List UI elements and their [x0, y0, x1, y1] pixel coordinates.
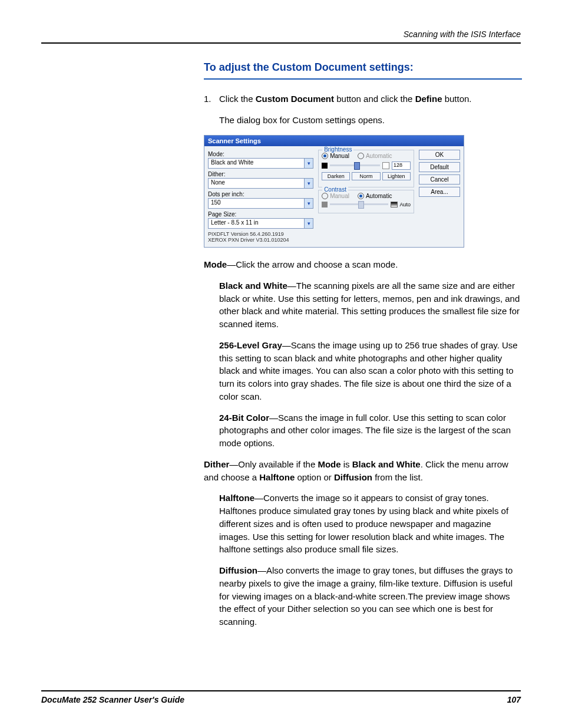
text: —Converts the image so it appears to con… — [219, 493, 508, 554]
brightness-group: Brightness Manual Automatic 128 Da — [318, 150, 414, 187]
black-and-white-paragraph: Black and White—The scanning pixels are … — [219, 279, 522, 331]
label: Automatic — [366, 193, 392, 199]
slider-thumb — [358, 201, 364, 209]
bold: Halftone — [259, 472, 295, 482]
256-level-gray-paragraph: 256-Level Gray—Scans the image using up … — [219, 339, 522, 403]
text: —Click the arrow and choose a scan mode. — [227, 259, 398, 269]
mode-combo[interactable]: Black and White ▾ — [208, 158, 313, 169]
contrast-slider — [330, 203, 388, 205]
norm-button[interactable]: Norm — [352, 172, 380, 180]
radio-dot-icon — [322, 193, 328, 199]
page-size-value: Letter - 8.5 x 11 in — [209, 219, 304, 228]
page-size-combo[interactable]: Letter - 8.5 x 11 in ▾ — [208, 218, 313, 229]
chevron-down-icon[interactable]: ▾ — [304, 179, 313, 188]
cancel-button[interactable]: Cancel — [419, 174, 460, 185]
mode-value: Black and White — [209, 159, 304, 168]
dpi-combo[interactable]: 150 ▾ — [208, 198, 313, 209]
footer-title: DocuMate 252 Scanner User's Guide — [41, 695, 184, 704]
bold: Mode — [318, 459, 340, 469]
bold: Custom Document — [256, 94, 334, 104]
area-button[interactable]: Area... — [419, 187, 460, 197]
contrast-manual-radio[interactable]: Manual — [322, 193, 349, 199]
version-line-1: PIXDFLT Version 56.4.260.1919 — [208, 231, 313, 238]
step-number: 1. — [204, 93, 219, 106]
scanner-settings-dialog: Scanner Settings Mode: Black and White ▾… — [204, 135, 464, 248]
bold: Diffusion — [219, 565, 257, 575]
chevron-down-icon[interactable]: ▾ — [304, 199, 313, 208]
slider-thumb[interactable] — [354, 162, 360, 170]
gray-swatch-icon — [322, 202, 328, 207]
section-title: To adjust the Custom Document settings: — [204, 61, 522, 80]
bold: Dither — [204, 459, 229, 469]
content-column: To adjust the Custom Document settings: … — [204, 61, 522, 628]
page-footer: DocuMate 252 Scanner User's Guide 107 — [41, 690, 521, 704]
text: button. — [442, 94, 471, 104]
chevron-down-icon[interactable]: ▾ — [304, 219, 313, 228]
gradient-swatch-icon — [391, 202, 398, 207]
bold: Black and White — [352, 459, 421, 469]
dither-combo[interactable]: None ▾ — [208, 178, 313, 189]
contrast-radios: Manual Automatic — [322, 193, 411, 199]
step-body: Click the Custom Document button and cli… — [219, 93, 522, 106]
contrast-slider-row: Auto — [322, 202, 411, 207]
mode-paragraph: Mode—Click the arrow and choose a scan m… — [204, 258, 522, 271]
bold: 256-Level Gray — [219, 340, 282, 350]
bold: Halftone — [219, 493, 254, 503]
brightness-radios: Manual Automatic — [322, 153, 411, 159]
dpi-value: 150 — [209, 199, 304, 208]
text: from the list. — [372, 472, 423, 482]
contrast-title: Contrast — [322, 186, 348, 193]
right-column: OK Default Cancel Area... — [419, 150, 460, 244]
text: option or — [295, 472, 334, 482]
brightness-slider-row: 128 — [322, 162, 411, 170]
brightness-slider[interactable] — [330, 164, 380, 166]
paragraph: The dialog box for Custom settings opens… — [219, 114, 522, 127]
contrast-automatic-radio[interactable]: Automatic — [358, 193, 392, 199]
auto-label: Auto — [391, 202, 411, 207]
brightness-buttons: Darken Norm Lighten — [322, 172, 411, 180]
black-swatch-icon — [322, 163, 328, 169]
dialog-titlebar: Scanner Settings — [204, 136, 464, 146]
radio-dot-icon — [358, 193, 364, 199]
bold: Define — [415, 94, 442, 104]
running-header: Scanning with the ISIS Interface — [41, 29, 521, 44]
label: Manual — [330, 193, 349, 199]
dither-paragraph: Dither—Only available if the Mode is Bla… — [204, 458, 522, 484]
darken-button[interactable]: Darken — [322, 172, 350, 180]
mode-label: Mode: — [208, 151, 313, 157]
text: —Only available if the — [229, 459, 318, 469]
bold: Diffusion — [334, 472, 372, 482]
dither-label: Dither: — [208, 171, 313, 177]
text: Click the — [219, 94, 256, 104]
brightness-manual-radio[interactable]: Manual — [322, 153, 349, 159]
step-1: 1. Click the Custom Document button and … — [204, 93, 522, 106]
radio-dot-icon — [358, 153, 364, 159]
contrast-group: Contrast Manual Automatic Auto — [318, 190, 414, 213]
halftone-paragraph: Halftone—Converts the image so it appear… — [219, 492, 522, 556]
ok-button[interactable]: OK — [419, 150, 460, 160]
white-swatch-icon — [382, 162, 389, 169]
label: Manual — [330, 153, 349, 159]
label: Auto — [399, 202, 411, 207]
brightness-title: Brightness — [322, 146, 353, 153]
text: is — [341, 459, 352, 469]
24-bit-color-paragraph: 24-Bit Color—Scans the image in full col… — [219, 411, 522, 450]
bold: Black and White — [219, 281, 287, 291]
middle-column: Brightness Manual Automatic 128 Da — [318, 150, 414, 244]
page: Scanning with the ISIS Interface To adju… — [0, 0, 562, 728]
bold: Mode — [204, 259, 227, 269]
brightness-automatic-radio[interactable]: Automatic — [358, 153, 392, 159]
version-line-2: XEROX PXN Driver V3.01.010204 — [208, 237, 313, 243]
text: button and click the — [334, 94, 415, 104]
bold: 24-Bit Color — [219, 413, 269, 423]
chevron-down-icon[interactable]: ▾ — [304, 159, 313, 168]
lighten-button[interactable]: Lighten — [382, 172, 411, 180]
dither-value: None — [209, 179, 304, 188]
page-number: 107 — [507, 695, 521, 704]
brightness-value[interactable]: 128 — [392, 162, 411, 170]
radio-dot-icon — [322, 153, 328, 159]
default-button[interactable]: Default — [419, 162, 460, 172]
label: Automatic — [366, 153, 392, 159]
page-size-label: Page Size: — [208, 211, 313, 218]
dpi-label: Dots per inch: — [208, 191, 313, 197]
